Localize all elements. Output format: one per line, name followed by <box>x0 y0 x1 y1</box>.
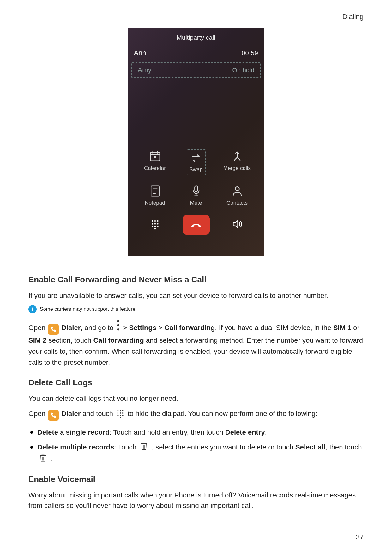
svg-point-12 <box>154 226 156 227</box>
caller-name: Ann <box>134 49 146 57</box>
phone-screenshot: Multiparty call Ann 00:59 Amy On hold Ca… <box>128 28 264 256</box>
bold-text: Call forwarding <box>164 324 215 332</box>
section-heading: Delete Call Logs <box>28 378 364 388</box>
text: : Touch and hold an entry, then touch <box>110 428 225 436</box>
text: or <box>351 324 359 332</box>
svg-point-18 <box>118 410 119 411</box>
text: section, touch <box>46 336 93 344</box>
body-paragraph: Open Dialer, and go to > Settings > Call… <box>28 319 364 368</box>
svg-rect-3 <box>195 186 197 192</box>
text: , then touch <box>325 443 362 451</box>
mute-icon <box>189 184 203 198</box>
mute-button[interactable]: Mute <box>176 184 217 206</box>
mute-label: Mute <box>190 200 202 206</box>
swap-label: Swap <box>189 166 203 172</box>
merge-button[interactable]: Merge calls <box>217 149 258 175</box>
notepad-icon <box>148 184 162 198</box>
svg-point-20 <box>122 410 124 411</box>
svg-point-14 <box>154 228 156 230</box>
menu-icon <box>117 319 120 328</box>
dialpad-inline-icon <box>116 409 124 418</box>
svg-point-8 <box>152 223 153 225</box>
list-item: Delete multiple records: Touch , select … <box>28 441 364 465</box>
swap-button[interactable]: Swap <box>176 149 217 175</box>
call-timer: 00:59 <box>242 50 258 57</box>
end-call-button[interactable] <box>183 215 210 235</box>
svg-rect-1 <box>154 156 156 158</box>
bold-text: SIM 2 <box>28 336 46 344</box>
notepad-label: Notepad <box>145 200 165 206</box>
body-text: Worry about missing important calls when… <box>28 490 364 511</box>
text: Open <box>28 410 47 418</box>
merge-icon <box>230 149 244 163</box>
text: . If you have a dual-SIM device, in the <box>215 324 333 332</box>
svg-point-4 <box>235 187 239 191</box>
svg-point-16 <box>117 324 119 327</box>
call-row-hold: Amy On hold <box>131 62 261 78</box>
body-text: If you are unavailable to answer calls, … <box>28 290 364 301</box>
svg-point-13 <box>157 226 159 227</box>
info-icon: i <box>28 305 37 313</box>
svg-point-17 <box>117 328 119 331</box>
svg-point-19 <box>120 410 121 411</box>
info-note: i Some carriers may not support this fea… <box>28 305 364 313</box>
speaker-button[interactable] <box>231 218 243 232</box>
text: Open <box>28 324 47 332</box>
section-heading: Enable Call Forwarding and Never Miss a … <box>28 275 364 285</box>
bold-text: Dialer <box>61 324 81 332</box>
svg-point-9 <box>154 223 156 225</box>
text: and touch <box>81 410 115 418</box>
bold-text: Delete entry <box>225 428 265 436</box>
note-text: Some carriers may not support this featu… <box>40 306 137 312</box>
page-header: Dialing <box>342 13 364 21</box>
call-bottom-row <box>128 206 264 242</box>
dialer-app-icon <box>48 324 59 335</box>
trash-icon <box>140 442 148 451</box>
svg-point-24 <box>118 415 119 416</box>
svg-point-22 <box>120 412 121 414</box>
contacts-icon <box>230 184 244 198</box>
dialer-app-icon <box>48 410 59 421</box>
end-call-icon <box>190 219 202 231</box>
merge-label: Merge calls <box>223 165 251 171</box>
call-row-active: Ann 00:59 <box>128 46 264 60</box>
contacts-button[interactable]: Contacts <box>217 184 258 206</box>
svg-point-23 <box>122 412 124 414</box>
dialpad-icon <box>150 219 160 230</box>
svg-point-26 <box>122 415 124 416</box>
bold-text: Delete a single record <box>37 428 110 436</box>
section-heading: Enable Voicemail <box>28 474 364 484</box>
svg-point-25 <box>120 415 121 416</box>
notepad-button[interactable]: Notepad <box>135 184 176 206</box>
text: , select the entries you want to delete … <box>150 443 295 451</box>
call-status: On hold <box>232 67 254 74</box>
call-title: Multiparty call <box>128 28 264 46</box>
text: . <box>265 428 267 436</box>
page-number: 37 <box>356 533 364 541</box>
body-paragraph: Open Dialer and touch to hide the dialpa… <box>28 408 364 421</box>
call-actions-grid: Calendar Swap Merge calls <box>128 146 264 206</box>
svg-point-6 <box>154 220 156 222</box>
svg-point-11 <box>152 226 153 227</box>
text: > <box>123 324 129 332</box>
bold-text: Dialer <box>61 410 81 418</box>
text: : Touch <box>114 443 138 451</box>
bullet-list: Delete a single record: Touch and hold a… <box>28 426 364 465</box>
svg-point-10 <box>157 223 159 225</box>
swap-icon <box>189 151 203 165</box>
calendar-icon <box>148 149 162 163</box>
bold-text: Settings <box>129 324 156 332</box>
svg-point-21 <box>118 412 119 414</box>
body-text: You can delete call logs that you no lon… <box>28 393 364 404</box>
speaker-icon <box>231 218 243 230</box>
contacts-label: Contacts <box>226 200 248 206</box>
bold-text: Select all <box>295 443 325 451</box>
text: to hide the dialpad. You can now perform… <box>128 410 317 418</box>
calendar-button[interactable]: Calendar <box>135 149 176 175</box>
text: > <box>156 324 164 332</box>
svg-point-27 <box>120 417 121 418</box>
text: . <box>49 455 52 463</box>
svg-point-7 <box>157 220 159 222</box>
dialpad-button[interactable] <box>150 219 160 231</box>
text: , and go to <box>81 324 115 332</box>
